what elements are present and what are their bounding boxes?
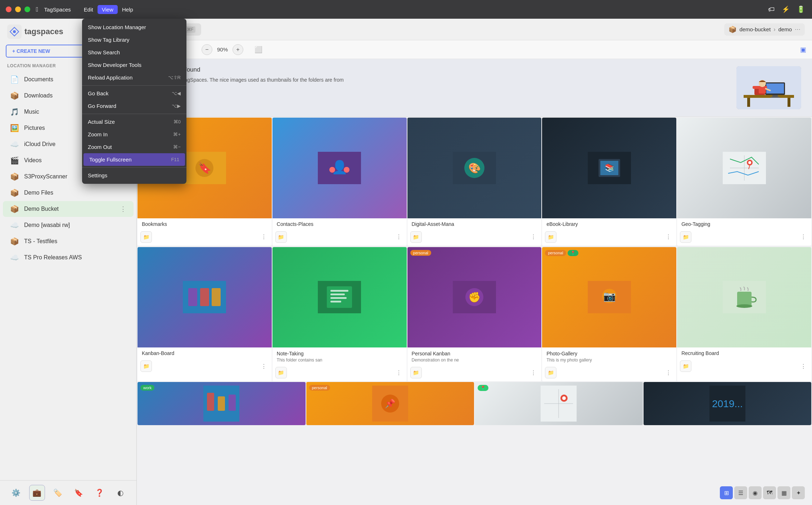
view-dropdown-menu: Show Location Manager Show Tag Library S… [82,19,186,184]
menu-settings[interactable]: Settings [82,169,186,182]
zoom-out-shortcut: ⌘− [173,144,181,150]
minimize-button[interactable] [15,6,21,12]
go-forward-shortcut: ⌥▶ [172,103,181,109]
menu-go-forward[interactable]: Go Forward ⌥▶ [82,100,186,112]
titlebar-right: 🏷 ⚡ 🔋 [768,5,805,13]
menu-zoom-out[interactable]: Zoom Out ⌘− [82,141,186,153]
bluetooth-icon: ⚡ [782,5,790,13]
titlebar:  TagSpaces Edit View Help 🏷 ⚡ 🔋 [0,0,812,19]
tag-icon: 🏷 [768,6,775,13]
actual-size-shortcut: ⌘0 [173,119,181,124]
dropdown-overlay[interactable]: Show Location Manager Show Tag Library S… [0,19,812,505]
battery-icon: 🔋 [797,5,805,13]
go-back-shortcut: ⌥◀ [172,91,181,96]
traffic-lights [6,6,30,12]
separator-1 [82,85,186,86]
apple-logo:  [36,6,39,13]
close-button[interactable] [6,6,12,12]
menu-bar: Edit View Help [80,5,137,14]
menu-reload-application[interactable]: Reload Application ⌥⇧R [82,71,186,84]
toggle-fullscreen-shortcut: F11 [171,157,179,162]
menu-toggle-fullscreen[interactable]: Toggle Fullscreen F11 [84,153,185,166]
menu-actual-size[interactable]: Actual Size ⌘0 [82,115,186,128]
menu-show-search[interactable]: Show Search [82,46,186,59]
menu-go-back[interactable]: Go Back ⌥◀ [82,87,186,100]
fullscreen-button[interactable] [24,6,30,12]
app-name: TagSpaces [44,6,71,13]
menu-view[interactable]: View [98,5,118,14]
menu-edit[interactable]: Edit [80,5,98,14]
menu-show-tag-library[interactable]: Show Tag Library [82,33,186,46]
menu-show-developer-tools[interactable]: Show Developer Tools [82,59,186,71]
menu-show-location-manager[interactable]: Show Location Manager [82,21,186,33]
menu-help[interactable]: Help [118,5,137,14]
zoom-in-shortcut: ⌘+ [173,132,181,137]
reload-shortcut: ⌥⇧R [168,75,181,80]
separator-2 [82,114,186,114]
separator-3 [82,167,186,168]
menu-zoom-in[interactable]: Zoom In ⌘+ [82,128,186,141]
